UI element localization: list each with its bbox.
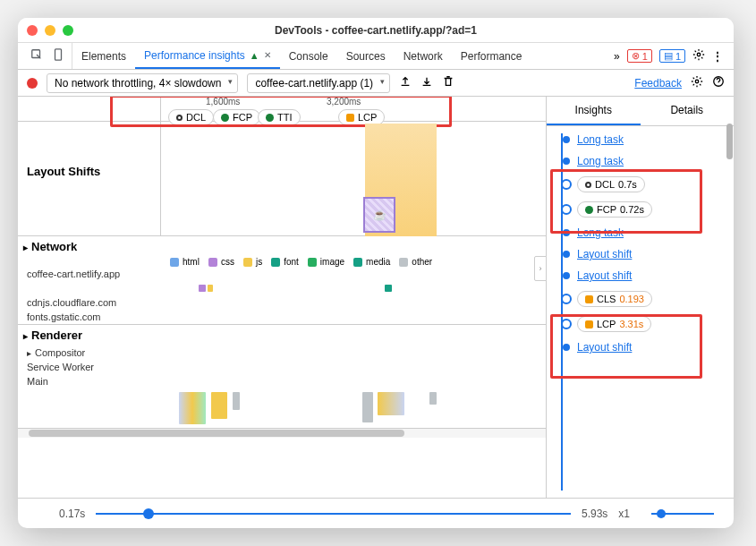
insight-dcl[interactable]: DCL 0.7s (577, 176, 645, 192)
zoom-slider[interactable] (651, 513, 714, 515)
svg-point-2 (697, 53, 701, 56)
settings-icon[interactable] (692, 48, 705, 64)
insights-list[interactable]: Long task Long task DCL 0.7s FCP 0.72s L… (547, 126, 734, 498)
horizontal-scrollbar[interactable] (18, 429, 546, 438)
tab-details[interactable]: Details (641, 97, 735, 125)
insight-layout-shift[interactable]: Layout shift (577, 248, 632, 260)
tab-insights[interactable]: Insights (547, 97, 641, 125)
devtools-window: DevTools - coffee-cart.netlify.app/?ad=1… (18, 18, 734, 528)
timeline-sections: Network html css js font image media oth… (18, 236, 546, 429)
tab-elements[interactable]: Elements (72, 43, 135, 69)
tti-marker[interactable]: TTI (258, 109, 301, 125)
zoom-level: x1 (618, 508, 630, 520)
expand-icon (23, 328, 28, 342)
insight-cls[interactable]: CLS 0.193 (577, 291, 652, 307)
vertical-scrollbar[interactable] (726, 70, 734, 498)
insight-long-task[interactable]: Long task (577, 226, 624, 239)
insight-long-task[interactable]: Long task (577, 155, 624, 167)
insights-toolbar: No network throttling, 4× slowdown coffe… (18, 70, 734, 97)
record-button[interactable] (27, 78, 38, 89)
tab-console[interactable]: Console (280, 43, 337, 69)
layout-shifts-label: Layout Shifts (27, 165, 100, 178)
window-controls (27, 25, 73, 36)
upload-icon[interactable] (399, 75, 412, 90)
close-window-button[interactable] (27, 25, 38, 36)
svg-point-3 (695, 80, 699, 83)
error-badge[interactable]: ⊗ 1 (627, 49, 652, 63)
dcl-marker[interactable]: DCL (168, 109, 214, 125)
throttling-select[interactable]: No network throttling, 4× slowdown (47, 73, 238, 93)
insight-layout-shift[interactable]: Layout shift (577, 341, 632, 354)
insights-panel: Insights Details Long task Long task DCL… (546, 97, 734, 498)
network-host-row[interactable]: fonts.gstatic.com (18, 310, 546, 324)
feedback-link[interactable]: Feedback (634, 77, 682, 90)
download-icon[interactable] (420, 75, 433, 90)
compositor-row[interactable]: Compositor (18, 346, 546, 360)
insight-layout-shift[interactable]: Layout shift (577, 269, 632, 282)
expand-icon (23, 240, 28, 253)
tab-network[interactable]: Network (395, 43, 452, 69)
main-area: Layout Shifts 1,600ms 3,200ms DCL FCP TT… (18, 97, 734, 498)
service-worker-row[interactable]: Service Worker (18, 360, 546, 374)
layout-shift-thumbnail[interactable]: ☕ (363, 197, 395, 233)
network-host-row[interactable]: coffee-cart.netlify.app (18, 267, 546, 281)
maximize-window-button[interactable] (63, 25, 73, 36)
footer-controls: 0.17s 5.93s x1 (18, 498, 734, 528)
more-tabs-icon[interactable]: » (614, 50, 620, 63)
messages-badge[interactable]: ▤ 1 (659, 49, 685, 63)
help-icon[interactable] (712, 75, 725, 90)
toolbar-settings-icon[interactable] (691, 75, 703, 90)
close-tab-icon[interactable]: ✕ (264, 50, 271, 60)
window-title: DevTools - coffee-cart.netlify.app/?ad=1 (18, 24, 734, 37)
time-slider[interactable] (96, 513, 571, 515)
kebab-menu-icon[interactable]: ⋮ (712, 50, 723, 63)
time-tick-2: 3,200ms (327, 97, 361, 107)
svg-rect-1 (55, 49, 62, 60)
network-section: Network html css js font image media oth… (18, 236, 546, 325)
insight-long-task[interactable]: Long task (577, 133, 624, 146)
legend: html css js font image media other (18, 257, 546, 267)
time-tick-1: 1,600ms (206, 97, 240, 107)
network-host-row[interactable]: cdnjs.cloudflare.com (18, 295, 546, 310)
insight-fcp[interactable]: FCP 0.72s (577, 201, 652, 218)
renderer-section: Renderer Compositor Service Worker Main (18, 325, 546, 429)
insight-lcp[interactable]: LCP 3.31s (577, 316, 651, 332)
time-start: 0.17s (59, 508, 85, 520)
time-end: 5.93s (582, 508, 607, 520)
tab-performance-insights[interactable]: Performance insights ▲ ✕ (135, 43, 280, 69)
timeline-panel[interactable]: Layout Shifts 1,600ms 3,200ms DCL FCP TT… (18, 97, 546, 498)
minimize-window-button[interactable] (45, 25, 55, 36)
main-row[interactable]: Main (18, 374, 546, 388)
tab-performance[interactable]: Performance (452, 43, 531, 69)
devtools-tabbar: Elements Performance insights ▲ ✕ Consol… (18, 43, 734, 70)
inspect-icon[interactable] (30, 48, 43, 64)
page-select[interactable]: coffee-cart.netlify.app (1) (247, 73, 390, 93)
expand-sidebar-icon[interactable]: › (534, 256, 547, 281)
tab-sources[interactable]: Sources (337, 43, 395, 69)
window-titlebar: DevTools - coffee-cart.netlify.app/?ad=1 (18, 18, 734, 43)
fcp-marker[interactable]: FCP (213, 109, 260, 125)
experiment-icon: ▲ (250, 50, 259, 61)
delete-icon[interactable] (442, 75, 454, 90)
device-toggle-icon[interactable] (52, 48, 64, 64)
